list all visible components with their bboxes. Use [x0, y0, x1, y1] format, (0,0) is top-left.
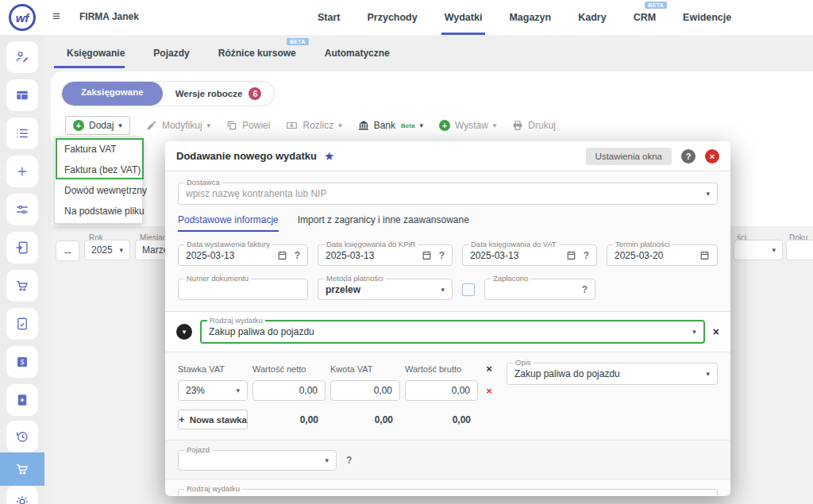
printer-icon — [512, 120, 523, 131]
calendar-icon[interactable] — [277, 250, 287, 260]
vat-row: 23% ▾ 0,00 0,00 0,00 × — [178, 380, 495, 401]
sidebar-button-cards[interactable] — [6, 79, 38, 111]
close-icon[interactable]: × — [705, 149, 719, 164]
help-icon[interactable]: ? — [295, 250, 300, 261]
sidebar-button-file-import[interactable] — [6, 232, 38, 264]
sidebar-button-file-add[interactable] — [6, 384, 38, 416]
menu-toggle-icon[interactable]: ≡ — [52, 9, 60, 25]
help-icon[interactable]: ? — [346, 455, 352, 466]
collapse-chevron-icon[interactable]: ▾ — [176, 324, 192, 340]
sidebar-button-history[interactable] — [6, 421, 38, 452]
issue-button[interactable]: + Wystaw ▾ — [439, 120, 496, 131]
favorite-star-icon[interactable]: ★ — [324, 149, 334, 164]
plus-circle-icon: + — [73, 120, 84, 131]
sidebar-button-expenses-active[interactable] — [0, 452, 44, 486]
modal-tab-basic[interactable]: Podstawowe informacje — [178, 214, 279, 232]
duplicate-button[interactable]: Powiel — [226, 120, 270, 131]
banknote-icon — [286, 120, 298, 131]
calendar-icon[interactable] — [699, 250, 710, 260]
nav-item-crm[interactable]: CRMBETA — [634, 0, 656, 35]
menu-item-faktura-vat[interactable]: Faktura VAT — [55, 139, 142, 160]
modify-button[interactable]: Modyfikuj ▾ — [146, 120, 210, 131]
sidebar-button-sliders[interactable] — [6, 194, 38, 225]
paid-field[interactable]: Zapłacono ? — [484, 279, 595, 300]
new-expense-type-select[interactable]: Rodzaj wydatku Wybierz nowy rodzaj wydat… — [178, 489, 718, 496]
cards-grid-icon — [15, 88, 29, 102]
sidebar-button-file-check[interactable] — [6, 308, 38, 340]
window-settings-button[interactable]: Ustawienia okna — [586, 148, 672, 165]
subtab-zaksiegowane[interactable]: Zaksięgowane — [62, 82, 163, 106]
company-name[interactable]: FIRMA Janek — [79, 11, 139, 22]
bank-button[interactable]: Bank Beta ▾ — [358, 120, 423, 131]
tab-ksiegowanie[interactable]: Księgowanie — [67, 35, 125, 71]
payment-row: Numer dokumentu Metoda płatności przelew… — [178, 279, 718, 300]
net-input[interactable]: 0,00 — [252, 380, 326, 401]
plus-icon: + — [179, 414, 185, 425]
menu-item-na-podstawie-pliku[interactable]: Na podstawie pliku — [55, 201, 142, 221]
user-edit-icon — [15, 50, 29, 64]
nav-item-wydatki[interactable]: Wydatki — [445, 0, 483, 35]
calendar-icon[interactable] — [566, 250, 576, 260]
cart-active-icon — [15, 462, 29, 476]
nav-item-przychody[interactable]: Przychody — [367, 0, 417, 35]
roznice-beta-badge: BETA — [287, 38, 309, 45]
supplier-field[interactable]: Dostawca wpisz nazwę kontrahenta lub NIP… — [178, 183, 718, 205]
help-icon[interactable]: ? — [681, 149, 695, 164]
tab-automatyczne[interactable]: Automatyczne — [325, 35, 390, 71]
sidebar-button-list[interactable] — [6, 117, 38, 149]
paid-checkbox[interactable] — [462, 283, 475, 296]
subtab-wersje-robocze[interactable]: Wersje robocze 6 — [163, 82, 275, 106]
tab-roznice-kursowe[interactable]: Różnice kursoweBETA — [218, 35, 296, 71]
wfirma-logo[interactable]: wf — [9, 4, 36, 31]
sidebar-button-cart[interactable] — [6, 270, 38, 302]
due-date-field[interactable]: Termin płatności 2025-03-20 — [607, 244, 718, 266]
vat-date-field[interactable]: Data księgowania do VAT 2025-03-13 ? — [462, 244, 597, 266]
nav-item-ewidencje[interactable]: Ewidencje — [683, 0, 731, 35]
vat-rate-select[interactable]: 23% ▾ — [178, 380, 248, 401]
settle-button[interactable]: Rozlicz ▾ — [286, 120, 341, 131]
svg-text:$: $ — [20, 358, 25, 366]
help-icon[interactable]: ? — [582, 284, 588, 295]
remove-column-icon[interactable]: × — [483, 363, 495, 375]
add-dropdown-menu: Faktura VAT Faktura (bez VAT) Dowód wewn… — [54, 137, 143, 224]
document-number-field[interactable]: Numer dokumentu — [178, 279, 308, 300]
help-icon[interactable]: ? — [439, 250, 445, 261]
vehicle-select[interactable]: Pojazd ▾ — [178, 450, 337, 471]
file-import-icon — [15, 240, 29, 255]
caret-down-icon: ▾ — [772, 246, 776, 254]
calendar-icon[interactable] — [422, 250, 432, 260]
sidebar-button-file-invoice[interactable]: $ — [6, 346, 38, 378]
kpir-date-field[interactable]: Data księgowania do KPiR 2025-03-13 ? — [318, 244, 453, 266]
nav-item-magazyn[interactable]: Magazyn — [509, 0, 551, 35]
remove-expense-icon[interactable]: × — [713, 325, 719, 338]
description-select[interactable]: Opis Zakup paliwa do pojazdu ▾ — [507, 363, 718, 385]
modal-tabs: Podstawowe informacje Import z zagranicy… — [178, 214, 718, 232]
gross-input[interactable]: 0,00 — [405, 380, 478, 401]
print-button[interactable]: Drukuj — [512, 120, 556, 131]
remove-row-icon[interactable]: × — [483, 385, 495, 397]
issue-date-field[interactable]: Data wystawienia faktury 2025-03-13 ? — [178, 244, 308, 266]
vat-amount-input[interactable]: 0,00 — [330, 380, 400, 401]
sidebar-button-add[interactable] — [6, 156, 38, 187]
modal-tab-advanced[interactable]: Import z zagranicy i inne zaawansowane — [298, 214, 469, 232]
sidebar-button-user-edit[interactable] — [6, 41, 38, 73]
expense-type-select[interactable]: Rodzaj wydatku Zakup paliwa do pojazdu ▾ — [200, 320, 705, 344]
sliders-icon — [15, 202, 29, 217]
tab-pojazdy[interactable]: Pojazdy — [153, 35, 189, 71]
bank-icon — [358, 120, 369, 131]
menu-item-dowod-wewnetrzny[interactable]: Dowód wewnętrzny — [55, 180, 142, 201]
nav-item-start[interactable]: Start — [318, 0, 340, 35]
expense-type-band: ▾ Rodzaj wydatku Zakup paliwa do pojazdu… — [165, 311, 730, 352]
sidebar-button-settings[interactable] — [6, 486, 38, 504]
add-button[interactable]: + Dodaj ▾ — [65, 116, 130, 135]
partial-select-1[interactable]: ▾ — [734, 240, 783, 260]
new-rate-button[interactable]: + Nowa stawka — [178, 410, 248, 429]
swap-arrows-button[interactable]: ↔ — [56, 240, 79, 261]
partial-field-2[interactable] — [786, 240, 813, 260]
payment-method-select[interactable]: Metoda płatności przelew ▾ — [318, 279, 453, 300]
help-icon[interactable]: ? — [584, 250, 589, 261]
nav-item-kadry[interactable]: Kadry — [578, 0, 606, 35]
caret-down-icon: ▾ — [706, 370, 710, 378]
year-select[interactable]: 2025▾ — [84, 240, 130, 260]
menu-item-faktura-bez-vat[interactable]: Faktura (bez VAT) — [55, 160, 142, 180]
